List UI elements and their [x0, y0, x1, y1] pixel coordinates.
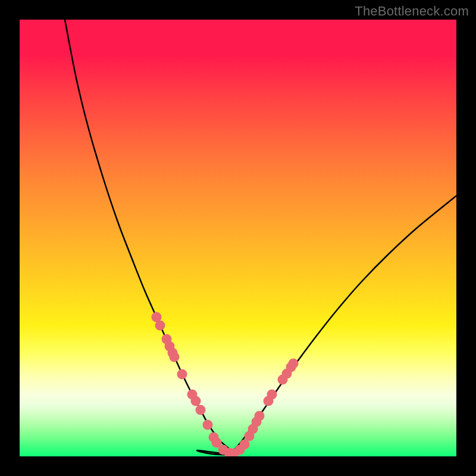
scatter-dot	[267, 390, 277, 400]
scatter-dot	[155, 321, 165, 331]
plot-area	[20, 20, 456, 456]
watermark-text: TheBottleneck.com	[355, 4, 469, 19]
scatter-dot	[177, 369, 187, 380]
scatter-dot	[196, 405, 206, 415]
scatter-dot	[203, 420, 213, 430]
scatter-dot	[191, 396, 201, 406]
scatter-dots	[152, 312, 299, 457]
chart-frame: TheBottleneck.com	[0, 0, 476, 476]
curve-layer	[20, 20, 456, 456]
scatter-dot	[255, 411, 265, 421]
scatter-dot	[170, 352, 180, 362]
bottleneck-curve	[65, 20, 456, 455]
scatter-dot	[289, 359, 299, 369]
